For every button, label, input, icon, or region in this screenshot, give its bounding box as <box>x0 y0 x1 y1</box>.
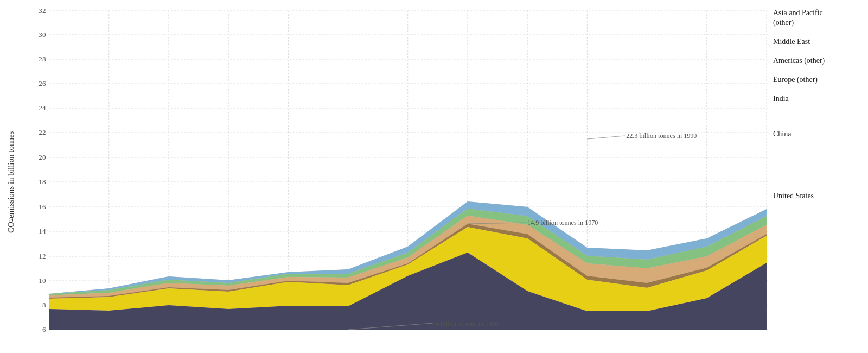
legend-item-asia-pacific: Asia and Pacific(other) <box>773 8 868 28</box>
legend-item-india: India <box>773 94 868 104</box>
svg-text:18: 18 <box>39 178 46 186</box>
annotation-1970: 14.9 billion tonnes in 1970 <box>527 219 598 226</box>
svg-text:12: 12 <box>39 252 46 260</box>
legend-item-middle-east: Middle East <box>773 37 868 47</box>
svg-text:14: 14 <box>39 227 46 235</box>
legend-item-europe-other: Europe (other) <box>773 75 868 85</box>
svg-text:6: 6 <box>42 325 46 333</box>
svg-text:20: 20 <box>39 153 46 161</box>
svg-text:24: 24 <box>39 104 46 112</box>
legend-item-americas-other: Americas (other) <box>773 56 868 66</box>
legend: Asia and Pacific(other) Middle East Amer… <box>768 5 868 348</box>
chart-svg: 32 30 28 26 24 22 20 18 16 14 12 10 8 6 <box>22 5 768 348</box>
y-axis-ticks: 32 30 28 26 24 22 20 18 16 14 12 10 8 6 <box>39 7 46 333</box>
svg-text:26: 26 <box>39 79 46 87</box>
svg-text:10: 10 <box>39 276 46 285</box>
svg-text:8: 8 <box>42 301 46 309</box>
y-axis-label: CO2 emissions in billion tonnes <box>0 5 22 348</box>
svg-text:32: 32 <box>39 7 46 15</box>
legend-item-united-states: United States <box>773 192 868 201</box>
annotation-1950: 6 billion tonnes in 1950 <box>436 320 498 327</box>
svg-line-44 <box>587 136 625 139</box>
legend-item-china: China <box>773 130 868 139</box>
annotation-1990: 22.3 billion tonnes in 1990 <box>626 132 697 140</box>
svg-text:16: 16 <box>39 203 46 211</box>
chart-container: CO2 emissions in billion tonnes <box>0 0 868 353</box>
svg-text:30: 30 <box>39 30 46 39</box>
chart-area: 32 30 28 26 24 22 20 18 16 14 12 10 8 6 <box>22 5 868 348</box>
grid-and-chart: 32 30 28 26 24 22 20 18 16 14 12 10 8 6 <box>22 5 768 348</box>
svg-text:28: 28 <box>39 55 46 63</box>
svg-text:22: 22 <box>39 128 46 136</box>
